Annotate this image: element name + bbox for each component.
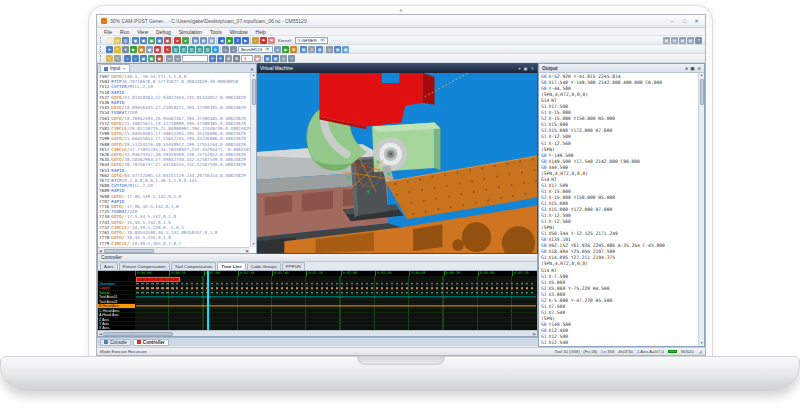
toolbar-stepper[interactable]: 1 [241,55,253,62]
toolbar-icon[interactable]: ▶ [242,37,249,44]
toolbar-icon[interactable]: ▦ [272,55,279,62]
toolbar-icon[interactable]: ▥ [204,46,211,53]
menu-item[interactable]: Window [230,29,248,35]
toolbar-icon[interactable]: ▶ [226,37,233,44]
horizontal-scrollbar[interactable]: ◀ ▶ [98,247,250,253]
menu-item[interactable]: Debug [156,29,171,35]
toolbar-icon[interactable] [250,37,251,44]
toolbar-icon[interactable]: ▼ [122,46,129,53]
controller-header[interactable]: Controller [98,254,537,262]
timeline-hscrollbar[interactable]: ◀ ▶ [98,330,537,336]
toolbar-grip[interactable] [100,55,103,61]
toolbar-icon[interactable] [220,46,221,53]
toolbar-icon[interactable]: ▣ [140,37,147,44]
operation-blocks[interactable] [136,277,180,282]
toolbar-icon[interactable]: ▦ [208,37,215,44]
toolbar-icon[interactable]: ‖ [234,37,241,44]
toolbar-icon[interactable]: ⎙ [280,55,287,62]
toolbar-icon[interactable]: ? [695,37,702,44]
toolbar-icon[interactable] [164,55,165,62]
toolbar-input[interactable] [182,55,208,62]
chevron-down-icon[interactable]: ▼ [250,67,254,72]
toolbar-grip[interactable] [100,46,103,52]
toolbar-icon[interactable]: ⊥ [222,46,229,53]
timeline-row-track[interactable] [135,282,537,285]
toolbar-icon[interactable]: ▥ [196,46,203,53]
toolbar-icon[interactable]: ▣ [164,37,171,44]
scroll-right-icon[interactable]: ▶ [532,332,537,336]
toolbar-icon[interactable]: ✎ [106,55,113,62]
toolbar-icon[interactable] [130,37,131,44]
window-control-button[interactable]: – [668,18,677,24]
toolbar-icon[interactable]: ⚑ [260,37,267,44]
toolbar-icon[interactable] [216,37,217,44]
scrollbar-thumb[interactable] [252,79,256,105]
toolbar-icon[interactable]: Y [114,46,121,53]
scroll-left-icon[interactable]: ◀ [98,249,103,253]
toolbar-icon[interactable]: ✎ [114,55,121,62]
menu-item[interactable]: Run [120,29,129,35]
toolbar-icon[interactable]: ▣ [132,37,139,44]
timeline-row-track[interactable] [135,276,537,281]
bevel-combobox[interactable]: BevelH124 ▼ [238,46,273,53]
timeline-row-label[interactable]: B Head Axis [98,304,135,307]
kernel-combobox[interactable]: 5 GENER ▼ [295,37,328,44]
toolbar-icon[interactable]: ● [182,37,189,44]
panel-button[interactable]: ✕ [530,66,534,71]
toolbar-icon[interactable]: ▦ [334,46,341,53]
scroll-right-icon[interactable]: ▶ [245,249,250,253]
toolbar-icon[interactable]: ▦ [300,46,307,53]
toolbar-icon[interactable]: ▦ [663,37,670,44]
toolbar-icon[interactable]: ? [288,55,295,62]
toolbar-icon[interactable]: ▥ [180,46,187,53]
panel-button[interactable]: ▣ [691,66,695,71]
timeline-row-track[interactable] [135,313,537,316]
timeline-row-label[interactable] [98,276,135,281]
toolbar-icon[interactable]: ▣ [254,55,261,62]
toolbar-icon[interactable]: ▣ [148,37,155,44]
toolbar-icon[interactable]: ▣ [146,46,153,53]
timeline-row-label[interactable]: Spindl [98,291,135,294]
toolbar-icon[interactable]: A [225,55,232,62]
toolbar-icon[interactable]: ▤ [106,37,113,44]
toolbar-icon[interactable]: ➤ [106,46,113,53]
toolbar-icon[interactable] [162,46,163,53]
scrollbar-thumb[interactable] [103,332,173,336]
close-icon[interactable]: ✕ [122,66,125,71]
chevron-down-icon[interactable]: ▼ [265,47,270,51]
toolbar-icon[interactable]: ▤ [671,37,678,44]
panel-button[interactable]: ✕ [697,66,701,71]
panel-button[interactable]: ▾ [518,66,520,71]
dock-tab[interactable]: Controller [133,339,169,346]
timeline-row-label[interactable]: Coolnt [98,286,135,289]
toolbar-icon[interactable]: ▣ [154,46,161,53]
toolbar-icon[interactable]: ▥ [188,46,195,53]
toolbar-icon[interactable]: ▤ [114,37,121,44]
panel-button[interactable]: ▾ [685,66,687,71]
toolbar-icon[interactable]: ▦ [192,37,199,44]
toolbar-icon[interactable]: ⌕ [124,55,131,62]
toolbar-icon[interactable]: ▸ [274,46,281,53]
window-control-button[interactable]: □ [680,18,689,24]
toolbar-icon[interactable]: ✿ [290,46,297,53]
menu-item[interactable]: File [104,29,112,35]
controller-tab[interactable]: Tool Compensation [171,262,217,270]
dock-tab[interactable]: Console [100,339,131,346]
timeline-row-label[interactable]: Tool Axis01 [98,295,135,298]
toolbar-icon[interactable]: ▶ [282,46,289,53]
toolbar-icon[interactable]: ▣ [138,46,145,53]
toolbar-icon[interactable]: ⊥ [230,46,237,53]
vertical-scrollbar[interactable]: ▲ ▼ [250,73,256,247]
timeline-row-label[interactable]: Y Axis [98,322,135,325]
toolbar-icon[interactable] [172,37,173,44]
toolbar-icon[interactable]: ⚑ [268,37,275,44]
scroll-down-icon[interactable]: ▼ [700,341,703,346]
toolbar-icon[interactable]: ▥ [172,46,179,53]
toolbar-icon[interactable]: ▥ [122,37,129,44]
toolbar-icon[interactable]: ✕ [164,46,171,53]
menu-item[interactable]: Tools [210,29,222,35]
toolbar-icon[interactable]: ▶ [130,46,137,53]
timeline-row-track[interactable] [135,291,537,294]
toolbar-icon[interactable]: ▣ [148,55,155,62]
toolbar-icon[interactable]: ⟳ [209,55,216,62]
